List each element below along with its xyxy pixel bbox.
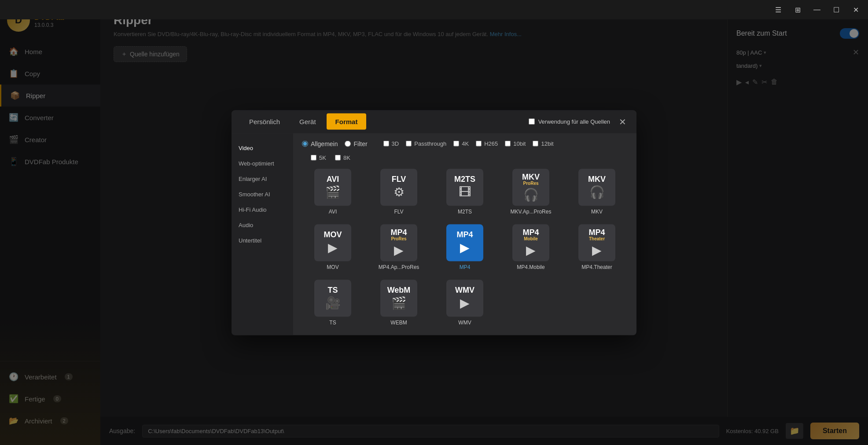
format-webm[interactable]: WebM 🎬 WEBM (368, 277, 430, 328)
radio-filter[interactable]: Filter (345, 140, 367, 147)
tab-device[interactable]: Gerät (291, 114, 325, 130)
dialog-left-enlarger[interactable]: Enlarger AI (232, 171, 293, 186)
format-mp4-mobile-icon: MP4 Mobile ▶ (512, 224, 549, 261)
flag-10bit[interactable]: 10bit (505, 140, 526, 147)
format-mp4-icon: MP4 ▶ (446, 224, 483, 261)
tab-personal[interactable]: Persönlich (240, 114, 289, 130)
format-wmv[interactable]: WMV ▶ WMV (434, 277, 496, 328)
flag-12bit[interactable]: 12bit (533, 140, 553, 147)
radio-allgemein[interactable]: Allgemein (302, 140, 338, 147)
format-mkv-label: MKV (591, 208, 603, 214)
format-webm-label: WEBM (390, 319, 407, 325)
dialog-body: Video Web-optimiert Enlarger AI Smoother… (232, 133, 636, 335)
format-mp4-theater[interactable]: MP4 Theater ▶ MP4.Theater (566, 221, 628, 272)
format-avi[interactable]: AVI 🎬 AVI (302, 166, 364, 217)
flag-4k[interactable]: 4K (453, 140, 469, 147)
use-all-sources-checkbox[interactable] (529, 118, 535, 125)
format-wmv-icon: WMV ▶ (446, 280, 483, 316)
flag-passthrough[interactable]: Passthrough (406, 140, 446, 147)
format-mkv[interactable]: MKV 🎧 MKV (566, 166, 628, 217)
format-webm-icon: WebM 🎬 (380, 280, 417, 316)
format-mp4-prores-label: MP4.Ap...ProRes (379, 264, 419, 270)
dialog-close-button[interactable]: ✕ (615, 114, 629, 129)
format-flv-label: FLV (394, 208, 403, 214)
format-avi-label: AVI (329, 208, 337, 214)
filter-flags: 3D Passthrough 4K H265 (383, 140, 554, 147)
format-ts-label: TS (329, 319, 336, 325)
flag-5k[interactable]: 5K (311, 154, 326, 161)
format-m2ts[interactable]: M2TS 🎞 M2TS (434, 166, 496, 217)
tab-format[interactable]: Format (327, 114, 367, 130)
dialog-left-video[interactable]: Video (232, 140, 293, 155)
format-flv-icon: FLV ⚙ (380, 169, 417, 206)
format-mkv-prores[interactable]: MKV ProRes 🎧 MKV.Ap...ProRes (500, 166, 562, 217)
format-mp4-theater-icon: MP4 Theater ▶ (578, 224, 615, 261)
format-mp4-label: MP4 (460, 264, 471, 270)
extra-flags: 5K 8K (311, 154, 628, 161)
flag-3d[interactable]: 3D (383, 140, 399, 147)
dialog-tabs: Persönlich Gerät Format Verwendung für a… (232, 110, 636, 133)
format-ts[interactable]: TS 🎥 TS (302, 277, 364, 328)
dialog-left-web[interactable]: Web-optimiert (232, 155, 293, 171)
format-m2ts-icon: M2TS 🎞 (446, 169, 483, 206)
format-dialog: Persönlich Gerät Format Verwendung für a… (232, 110, 636, 335)
dialog-left-audio[interactable]: Audio (232, 217, 293, 232)
format-ts-icon: TS 🎥 (314, 280, 351, 316)
settings-button[interactable]: ⊞ (789, 3, 806, 17)
menu-button[interactable]: ☰ (769, 3, 787, 17)
format-mp4[interactable]: MP4 ▶ MP4 (434, 221, 496, 272)
format-mp4-prores[interactable]: MP4 ProRes ▶ MP4.Ap...ProRes (368, 221, 430, 272)
format-mp4-theater-label: MP4.Theater (581, 264, 612, 270)
filter-row: Allgemein Filter 3D Passthrough (302, 140, 628, 147)
close-button[interactable]: ✕ (847, 3, 864, 17)
format-mov-label: MOV (327, 264, 338, 270)
format-flv[interactable]: FLV ⚙ FLV (368, 166, 430, 217)
dialog-left-smoother[interactable]: Smoother AI (232, 186, 293, 202)
format-mov-icon: MOV ▶ (314, 224, 351, 261)
use-all-sources-label: Verwendung für alle Quellen (538, 118, 610, 125)
minimize-button[interactable]: — (808, 3, 826, 17)
title-bar-controls: ☰ ⊞ — ☐ ✕ (769, 3, 864, 17)
dialog-left-untertitel[interactable]: Untertitel (232, 232, 293, 248)
dialog-left-panel: Video Web-optimiert Enlarger AI Smoother… (232, 133, 293, 335)
format-mp4-prores-icon: MP4 ProRes ▶ (380, 224, 417, 261)
flag-h265[interactable]: H265 (476, 140, 498, 147)
format-grid: AVI 🎬 AVI FLV ⚙ FLV M2TS (302, 166, 628, 328)
format-mp4-mobile[interactable]: MP4 Mobile ▶ MP4.Mobile (500, 221, 562, 272)
format-m2ts-label: M2TS (458, 208, 472, 214)
format-avi-icon: AVI 🎬 (314, 169, 351, 206)
format-mov[interactable]: MOV ▶ MOV (302, 221, 364, 272)
maximize-button[interactable]: ☐ (828, 3, 845, 17)
format-mkv-prores-icon: MKV ProRes 🎧 (512, 169, 549, 206)
dialog-right-panel: Allgemein Filter 3D Passthrough (293, 133, 636, 335)
dialog-left-hifi[interactable]: Hi-Fi Audio (232, 202, 293, 217)
flag-8k[interactable]: 8K (335, 154, 350, 161)
format-wmv-label: WMV (458, 319, 471, 325)
format-mp4-mobile-label: MP4.Mobile (517, 264, 544, 270)
format-mkv-prores-label: MKV.Ap...ProRes (511, 208, 552, 214)
format-mkv-icon: MKV 🎧 (578, 169, 615, 206)
use-all-sources-row: Verwendung für alle Quellen (529, 118, 610, 125)
title-bar: ☰ ⊞ — ☐ ✕ (0, 0, 868, 19)
